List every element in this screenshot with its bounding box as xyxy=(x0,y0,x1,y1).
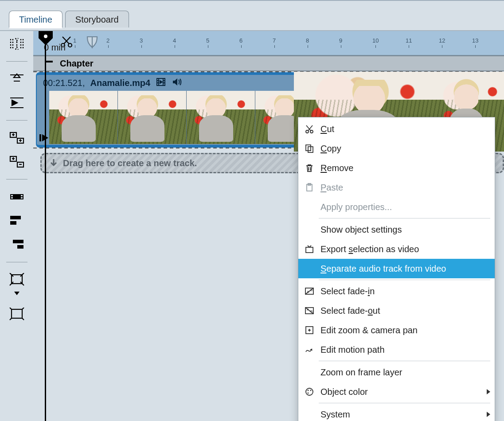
fadeout-icon: AB xyxy=(302,306,317,316)
ruler-tick: 6 xyxy=(239,37,242,44)
tab-timeline[interactable]: Timeline xyxy=(9,11,63,27)
tool-align-top-icon[interactable] xyxy=(8,71,26,86)
tool-crop-out-icon[interactable] xyxy=(8,307,26,322)
cut-icon xyxy=(302,124,317,134)
menu-fade-out[interactable]: AB Select fade-out xyxy=(298,301,495,320)
tool-add-track-icon[interactable] xyxy=(8,130,26,145)
menu-remove[interactable]: Remove xyxy=(298,158,495,178)
ruler-tick: 9 xyxy=(339,37,342,44)
ruler-tick: 13 xyxy=(472,37,478,44)
motion-path-icon xyxy=(302,345,317,355)
chapter-title: Chapter xyxy=(60,58,94,69)
playhead-line[interactable] xyxy=(45,31,46,421)
sound-icon xyxy=(172,77,182,90)
menu-paste: Paste xyxy=(298,178,495,197)
down-arrow-icon xyxy=(49,158,59,168)
ruler-tick: 11 xyxy=(406,37,412,44)
ruler-tick: 3 xyxy=(140,37,143,44)
svg-rect-12 xyxy=(17,245,23,249)
svg-point-35 xyxy=(310,390,312,391)
svg-text:A: A xyxy=(307,308,309,312)
playhead-handle[interactable] xyxy=(37,31,55,44)
tool-remove-track-icon[interactable] xyxy=(8,154,26,169)
svg-rect-9 xyxy=(10,216,21,219)
tool-split-icon[interactable] xyxy=(8,36,26,51)
ruler-tick: 7 xyxy=(273,37,276,44)
ruler-tick: 10 xyxy=(372,37,379,44)
menu-object-color[interactable]: Object color xyxy=(298,382,495,402)
svg-point-36 xyxy=(308,393,309,394)
tool-film-icon[interactable] xyxy=(8,189,26,204)
svg-rect-11 xyxy=(13,240,23,243)
menu-object-settings[interactable]: Show object settings xyxy=(298,220,495,239)
svg-point-15 xyxy=(44,35,47,38)
chapter-header[interactable]: Chapter xyxy=(33,55,504,71)
view-tabs: Timeline Storyboard xyxy=(9,11,129,27)
ruler-tick: 8 xyxy=(306,37,309,44)
svg-rect-8 xyxy=(21,197,23,199)
svg-rect-10 xyxy=(10,221,16,225)
chevron-right-icon xyxy=(487,389,490,394)
menu-cut[interactable]: Cut xyxy=(298,119,495,139)
svg-point-34 xyxy=(308,390,309,391)
svg-rect-7 xyxy=(21,195,23,196)
svg-rect-6 xyxy=(11,197,13,199)
menu-separate-audio[interactable]: Separate audio track from video xyxy=(298,259,495,278)
tool-align-right-icon[interactable] xyxy=(8,237,26,252)
fadein-icon: AB xyxy=(302,286,317,296)
svg-rect-14 xyxy=(12,309,22,318)
menu-apply-properties: Apply properties... xyxy=(298,197,495,217)
menu-copy[interactable]: Copy xyxy=(298,139,495,158)
ruler-tick: 2 xyxy=(106,37,109,44)
ruler-tick: 12 xyxy=(439,37,445,44)
menu-zoom-camera[interactable]: Edit zoom & camera pan xyxy=(298,320,495,340)
menu-export-video[interactable]: Export selection as video xyxy=(298,239,495,259)
tool-sidebar xyxy=(0,31,33,421)
paste-icon xyxy=(302,183,317,192)
film-icon xyxy=(156,77,166,90)
tab-storyboard[interactable]: Storyboard xyxy=(65,11,129,27)
menu-motion-path[interactable]: Edit motion path xyxy=(298,340,495,359)
trash-icon xyxy=(302,163,317,173)
svg-rect-25 xyxy=(306,247,313,253)
tool-crop-in-icon[interactable] xyxy=(8,272,26,287)
zoom-camera-icon xyxy=(302,325,317,335)
menu-zoom-frame[interactable]: Zoom on frame layer xyxy=(298,363,495,382)
dropzone-label: Drag here to create a new track. xyxy=(63,158,197,168)
menu-fade-in[interactable]: AB Select fade-in xyxy=(298,281,495,301)
copy-icon xyxy=(302,144,317,153)
ruler-tick: 1 xyxy=(73,37,76,44)
tv-icon xyxy=(302,244,317,254)
palette-icon xyxy=(302,387,317,397)
tool-align-left-icon[interactable] xyxy=(8,213,26,228)
context-menu: Cut Copy Remove Paste Apply properties..… xyxy=(298,117,495,421)
svg-text:B: B xyxy=(310,309,313,313)
ruler-tick: 5 xyxy=(206,37,209,44)
svg-text:B: B xyxy=(310,288,313,292)
svg-rect-4 xyxy=(10,194,23,199)
clip-start-icon xyxy=(39,134,48,141)
clip-time: 00:21.521, xyxy=(43,78,85,88)
menu-system[interactable]: System xyxy=(298,405,495,421)
svg-text:A: A xyxy=(307,290,309,294)
chevron-right-icon xyxy=(487,412,490,417)
tool-play-range-icon[interactable] xyxy=(8,95,26,110)
ruler-tick: 4 xyxy=(173,37,176,44)
timeline-ruler[interactable]: 0 min 1234567891011121314 xyxy=(33,31,504,55)
ruler-ticks: 1234567891011121314 xyxy=(33,31,504,55)
clip-filename: Anamalie.mp4 xyxy=(90,78,151,88)
svg-point-33 xyxy=(306,388,313,395)
svg-rect-5 xyxy=(11,195,13,196)
